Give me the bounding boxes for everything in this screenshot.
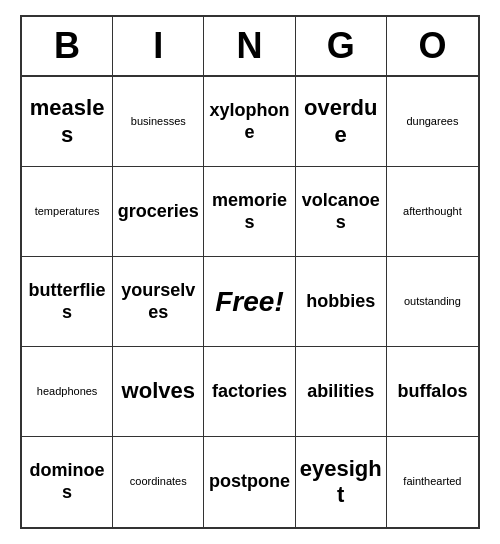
- bingo-cell: butterflies: [22, 257, 113, 347]
- cell-text: afterthought: [403, 205, 462, 218]
- bingo-cell: fainthearted: [387, 437, 478, 527]
- cell-text: outstanding: [404, 295, 461, 308]
- bingo-cell: yourselves: [113, 257, 204, 347]
- cell-text: coordinates: [130, 475, 187, 488]
- cell-text: butterflies: [26, 280, 108, 323]
- bingo-cell: headphones: [22, 347, 113, 437]
- header-letter-o: O: [387, 17, 478, 75]
- bingo-cell: volcanoes: [296, 167, 387, 257]
- cell-text: hobbies: [306, 291, 375, 313]
- cell-text: yourselves: [117, 280, 199, 323]
- bingo-cell: hobbies: [296, 257, 387, 347]
- bingo-header: BINGO: [22, 17, 478, 77]
- cell-text: postpone: [209, 471, 290, 493]
- bingo-cell: Free!: [204, 257, 295, 347]
- cell-text: groceries: [118, 201, 199, 223]
- bingo-cell: overdue: [296, 77, 387, 167]
- bingo-cell: outstanding: [387, 257, 478, 347]
- header-letter-n: N: [204, 17, 295, 75]
- bingo-cell: xylophone: [204, 77, 295, 167]
- bingo-cell: eyesight: [296, 437, 387, 527]
- bingo-cell: abilities: [296, 347, 387, 437]
- cell-text: dominoes: [26, 460, 108, 503]
- header-letter-i: I: [113, 17, 204, 75]
- cell-text: xylophone: [208, 100, 290, 143]
- cell-text: memories: [208, 190, 290, 233]
- cell-text: abilities: [307, 381, 374, 403]
- bingo-card: BINGO measlesbusinessesxylophoneoverdued…: [20, 15, 480, 529]
- cell-text: measles: [26, 95, 108, 148]
- bingo-cell: temperatures: [22, 167, 113, 257]
- cell-text: temperatures: [35, 205, 100, 218]
- cell-text: fainthearted: [403, 475, 461, 488]
- cell-text: wolves: [122, 378, 195, 404]
- cell-text: factories: [212, 381, 287, 403]
- cell-text: volcanoes: [300, 190, 382, 233]
- bingo-cell: dungarees: [387, 77, 478, 167]
- bingo-cell: businesses: [113, 77, 204, 167]
- header-letter-g: G: [296, 17, 387, 75]
- cell-text: businesses: [131, 115, 186, 128]
- bingo-cell: memories: [204, 167, 295, 257]
- bingo-grid: measlesbusinessesxylophoneoverduedungare…: [22, 77, 478, 527]
- bingo-cell: factories: [204, 347, 295, 437]
- bingo-cell: dominoes: [22, 437, 113, 527]
- bingo-cell: afterthought: [387, 167, 478, 257]
- cell-text: Free!: [215, 285, 283, 319]
- cell-text: dungarees: [406, 115, 458, 128]
- bingo-cell: postpone: [204, 437, 295, 527]
- bingo-cell: coordinates: [113, 437, 204, 527]
- bingo-cell: wolves: [113, 347, 204, 437]
- bingo-cell: groceries: [113, 167, 204, 257]
- header-letter-b: B: [22, 17, 113, 75]
- cell-text: overdue: [300, 95, 382, 148]
- bingo-cell: measles: [22, 77, 113, 167]
- cell-text: headphones: [37, 385, 98, 398]
- cell-text: buffalos: [397, 381, 467, 403]
- bingo-cell: buffalos: [387, 347, 478, 437]
- cell-text: eyesight: [300, 456, 382, 509]
